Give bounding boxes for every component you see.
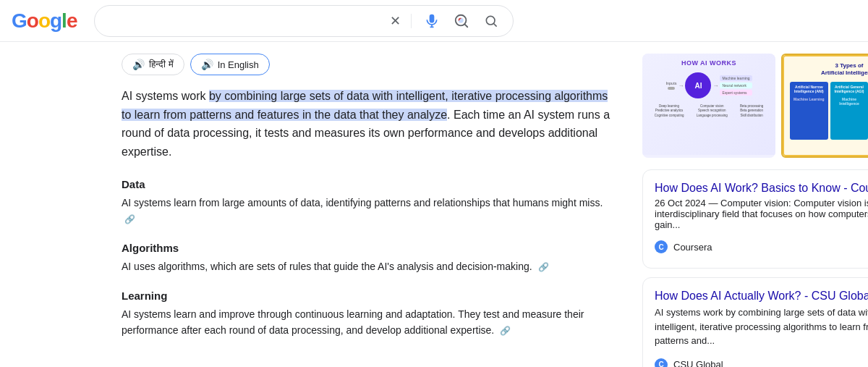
divider bbox=[411, 14, 412, 28]
result-snippet-2: AI systems work by combining large sets … bbox=[655, 305, 868, 348]
microphone-icon bbox=[425, 14, 439, 28]
search-input[interactable]: how does ai work bbox=[106, 14, 383, 28]
ani-sub: Machine Learning bbox=[793, 97, 825, 101]
hindi-language-button[interactable]: 🔊 हिन्दी में bbox=[122, 54, 184, 75]
result-title-2[interactable]: How Does AI Actually Work? - CSU Global bbox=[655, 290, 868, 303]
bottom-label-1: Deep learningPredictive analyticsCogniti… bbox=[655, 104, 684, 118]
data-section-text: AI systems learn from large amounts of d… bbox=[122, 195, 613, 227]
google-logo[interactable]: Google bbox=[12, 9, 77, 33]
agi-sub: Machine Intelligence bbox=[833, 97, 867, 106]
types-ai-image: 3 Types ofArtificial Intelligence Artifi… bbox=[783, 55, 868, 156]
result-footer-1: C Coursera ⋮ bbox=[655, 237, 868, 256]
algorithms-section: Algorithms AI uses algorithms, which are… bbox=[122, 242, 613, 274]
english-language-button[interactable]: 🔊 In English bbox=[190, 54, 270, 75]
coursera-icon: C bbox=[655, 240, 668, 253]
input-node: Inputs bbox=[665, 81, 676, 90]
link-icon-learning: 🔗 bbox=[500, 324, 511, 338]
header: Google how does ai work ✕ bbox=[0, 0, 868, 42]
result-date-1: 26 Oct 2024 — Computer vision: Computer … bbox=[655, 198, 868, 230]
agi-label: Artificial General Intelligence (AGI) bbox=[833, 85, 867, 94]
bottom-label-3: Beta processingBeta generationSkill dist… bbox=[740, 104, 763, 118]
learning-section-title: Learning bbox=[122, 290, 613, 302]
result-title-1[interactable]: How Does AI Work? Basics to Know - Cours… bbox=[655, 182, 868, 195]
bottom-labels: Deep learningPredictive analyticsCogniti… bbox=[648, 104, 770, 118]
bottom-label-2: Computer visionSpeech recognitionLanguag… bbox=[697, 104, 728, 118]
search-bar: how does ai work ✕ bbox=[94, 5, 514, 37]
data-section-title: Data bbox=[122, 178, 613, 190]
result-card-1: How Does AI Work? Basics to Know - Cours… bbox=[642, 169, 868, 269]
source-info-2: C CSU Global bbox=[655, 358, 723, 368]
arrow2: → bbox=[712, 83, 718, 89]
types-ai-title: 3 Types ofArtificial Intelligence bbox=[821, 62, 868, 77]
main-content: 🔊 हिन्दी में 🔊 In English AI systems wor… bbox=[0, 42, 868, 367]
input-label: Inputs bbox=[665, 81, 676, 85]
result-card-2: How Does AI Actually Work? - CSU Global … bbox=[642, 277, 868, 367]
result-footer-2: C CSU Global ⋮ bbox=[655, 355, 868, 368]
output-nodes: Machine learning Neural network Expert s… bbox=[720, 75, 752, 96]
left-panel: 🔊 हिन्दी में 🔊 In English AI systems wor… bbox=[122, 54, 613, 367]
link-icon-data: 🔗 bbox=[124, 213, 135, 227]
images-row: HOW AI WORKS Inputs → AI → bbox=[642, 54, 868, 158]
csu-icon: C bbox=[655, 358, 668, 368]
ai-center-node: AI bbox=[685, 72, 711, 98]
data-section: Data AI systems learn from large amounts… bbox=[122, 178, 613, 227]
result-dash-1: — bbox=[708, 198, 720, 208]
microphone-button[interactable] bbox=[422, 11, 442, 31]
source-name-2: CSU Global bbox=[673, 359, 723, 367]
speaker-icon-english: 🔊 bbox=[201, 59, 213, 70]
algorithms-section-text: AI uses algorithms, which are sets of ru… bbox=[122, 258, 613, 274]
lens-icon bbox=[454, 13, 469, 29]
source-info-1: C Coursera bbox=[655, 240, 712, 253]
english-label: In English bbox=[218, 59, 259, 70]
algorithms-section-title: Algorithms bbox=[122, 242, 613, 254]
language-buttons: 🔊 हिन्दी में 🔊 In English bbox=[122, 54, 613, 75]
output-node-1: Machine learning bbox=[720, 75, 752, 81]
how-ai-works-title: HOW AI WORKS bbox=[681, 59, 736, 67]
output-node-3: Expert systems bbox=[720, 90, 752, 96]
clear-button[interactable]: ✕ bbox=[390, 13, 401, 29]
how-ai-works-card[interactable]: HOW AI WORKS Inputs → AI → bbox=[642, 54, 775, 158]
description-before: AI systems work bbox=[122, 90, 209, 102]
link-icon-algorithms: 🔗 bbox=[538, 261, 549, 274]
arrow1: → bbox=[678, 83, 684, 89]
output-node-2: Neural network bbox=[720, 83, 752, 88]
how-ai-works-image: HOW AI WORKS Inputs → AI → bbox=[642, 54, 775, 155]
learning-section-text: AI systems learn and improve through con… bbox=[122, 306, 613, 339]
search-icons: ✕ bbox=[390, 10, 501, 32]
types-grid: Artificial Narrow Intelligence (ANI) Mac… bbox=[790, 82, 868, 140]
learning-section: Learning AI systems learn and improve th… bbox=[122, 290, 613, 339]
right-panel: HOW AI WORKS Inputs → AI → bbox=[642, 54, 868, 367]
hindi-label: हिन्दी में bbox=[149, 59, 174, 70]
search-icon bbox=[484, 14, 498, 28]
speaker-icon-hindi: 🔊 bbox=[132, 59, 145, 70]
lens-button[interactable] bbox=[451, 10, 472, 32]
type-agi: Artificial General Intelligence (AGI) Ma… bbox=[830, 82, 868, 140]
ani-label: Artificial Narrow Intelligence (ANI) bbox=[792, 85, 826, 94]
types-ai-card[interactable]: 3 Types ofArtificial Intelligence Artifi… bbox=[781, 54, 868, 158]
input-bar bbox=[668, 87, 675, 90]
source-name-1: Coursera bbox=[673, 242, 712, 253]
search-button[interactable] bbox=[481, 11, 501, 31]
ai-flow-diagram: Inputs → AI → Machine learning Neural ne… bbox=[648, 72, 770, 98]
main-description: AI systems work by combining large sets … bbox=[122, 87, 613, 161]
type-ani: Artificial Narrow Intelligence (ANI) Mac… bbox=[790, 82, 828, 140]
